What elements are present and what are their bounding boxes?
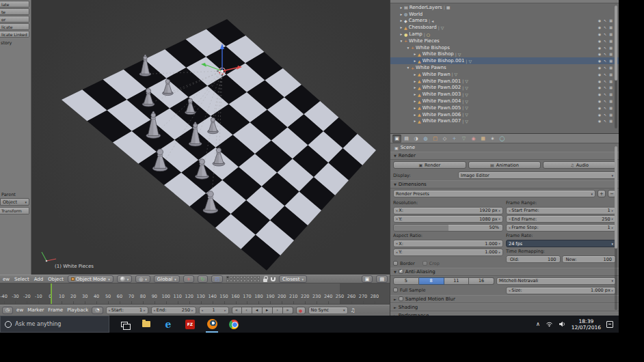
resolution-scale-slider[interactable]: 50% xyxy=(393,224,503,232)
layer-14[interactable] xyxy=(237,279,239,282)
selectability-toggle[interactable]: ↖ xyxy=(604,52,606,56)
manipulator-translate-button[interactable]: + xyxy=(183,275,194,283)
outliner-row-white-pieces[interactable]: ▾+White Pieces◉↖▦ xyxy=(390,38,619,44)
selectability-toggle[interactable]: ↖ xyxy=(604,25,606,29)
render-presets-dropdown[interactable]: Render Presets▾ xyxy=(393,190,595,197)
renderability-toggle[interactable]: ▦ xyxy=(609,85,613,89)
aa-sample-8-button[interactable]: 8 xyxy=(419,277,444,285)
decrement-arrow-icon[interactable]: ◂ xyxy=(202,309,203,312)
outliner-row-renderlayers[interactable]: ▸▤RenderLayers|▦ xyxy=(390,4,619,11)
outliner-row-white-pawn-003[interactable]: ▸▲White Pawn.003|▽◉↖▦ xyxy=(390,91,619,98)
frame-step-field[interactable]: ◂Frame Step:1▸ xyxy=(506,224,616,232)
manipulator-scale-button[interactable]: ◰ xyxy=(211,275,223,283)
layer-10[interactable] xyxy=(257,276,260,279)
tab-particles[interactable]: ∗ xyxy=(488,135,497,143)
outliner-item-label[interactable]: White Pawns xyxy=(416,65,446,70)
selectability-toggle[interactable]: ↖ xyxy=(604,66,606,70)
manipulator-rotate-button[interactable]: ↻ xyxy=(198,275,209,283)
outliner-item-label[interactable]: White Pawn.006 xyxy=(422,112,461,117)
increment-arrow-icon[interactable]: ▸ xyxy=(612,226,613,229)
frame-rate-dropdown[interactable]: 24 fps▾ xyxy=(506,240,616,247)
tab-texture[interactable]: ▦ xyxy=(479,135,487,143)
visibility-toggle[interactable]: ◉ xyxy=(598,113,601,117)
selectability-toggle[interactable]: ↖ xyxy=(604,113,606,117)
layer-9[interactable] xyxy=(254,276,256,279)
increment-arrow-icon[interactable]: ▸ xyxy=(612,289,613,292)
render-button[interactable]: ▣Render xyxy=(393,161,466,169)
render-opengl-button[interactable]: ▣ xyxy=(362,275,373,283)
play-reverse-button[interactable]: ◂ xyxy=(252,307,263,314)
filezilla-button[interactable]: FZ xyxy=(182,316,198,333)
outliner-item-label[interactable]: World xyxy=(409,12,422,17)
editor-type-icon[interactable]: ◷ xyxy=(2,307,13,314)
remap-old-field[interactable]: Old:100 xyxy=(506,255,561,263)
visibility-toggle[interactable]: ◉ xyxy=(598,99,601,103)
layer-15[interactable] xyxy=(240,279,243,282)
tool-button-translate[interactable]: late xyxy=(0,1,29,8)
outliner-item-label[interactable]: White Pawn.003 xyxy=(422,92,461,97)
outliner-item-label[interactable]: Chessboard xyxy=(409,25,437,30)
next-keyframe-button[interactable]: › xyxy=(273,307,283,314)
layer-5[interactable] xyxy=(240,276,243,279)
resolution-x-field[interactable]: ◂X:1920 px▸ xyxy=(393,207,503,214)
history-panel-header[interactable]: story xyxy=(0,38,31,46)
expander-icon[interactable]: ▸ xyxy=(399,12,404,16)
outliner-row-white-bishop-001[interactable]: ▸▲White Bishop.001|▽◉↖▦ xyxy=(390,57,619,64)
tool-button-duplicate[interactable]: licate xyxy=(0,23,29,30)
outliner-item-label[interactable]: White Bishops xyxy=(416,45,450,51)
renderability-toggle[interactable]: ▦ xyxy=(609,79,613,83)
expander-icon[interactable]: ▸ xyxy=(399,18,404,23)
selectability-toggle[interactable]: ↖ xyxy=(604,72,606,76)
lock-icon[interactable] xyxy=(263,279,267,282)
expander-icon[interactable]: ▸ xyxy=(412,52,418,56)
expander-icon[interactable]: ▸ xyxy=(412,119,418,123)
outliner-item-label[interactable]: White Bishop.001 xyxy=(422,58,465,64)
volume-icon[interactable] xyxy=(559,321,566,327)
cortana-search-box[interactable]: Ask me anything xyxy=(0,316,109,333)
anti-aliasing-panel-header[interactable]: ▼Anti-Aliasing xyxy=(390,268,619,276)
pivot-dropdown[interactable]: ◎▾ xyxy=(135,275,150,283)
menu-select[interactable]: Select xyxy=(14,277,30,282)
aa-size-field[interactable]: ◂Size:1.000 px▸ xyxy=(506,287,616,294)
layer-16[interactable] xyxy=(243,279,246,282)
visibility-toggle[interactable]: ◉ xyxy=(598,92,601,96)
decrement-arrow-icon[interactable]: ◂ xyxy=(509,289,510,292)
increment-arrow-icon[interactable]: ▸ xyxy=(612,217,613,221)
timeline-menu-frame[interactable]: Frame xyxy=(47,307,64,313)
outliner-row-white-pawn-001[interactable]: ▸▲White Pawn.001|▽◉↖▦ xyxy=(390,78,619,85)
visibility-toggle[interactable]: ◉ xyxy=(598,85,601,89)
properties-scrollbar[interactable] xyxy=(615,146,617,310)
decrement-arrow-icon[interactable]: ◂ xyxy=(396,209,397,212)
tray-expand-icon[interactable]: ∧ xyxy=(536,321,540,327)
tab-physics[interactable]: ◯ xyxy=(498,135,507,143)
id-breadcrumb[interactable]: ▣ Scene xyxy=(390,143,619,152)
aa-sample-11-button[interactable]: 11 xyxy=(444,277,470,285)
viewport-shading-dropdown[interactable]: ▾ xyxy=(117,275,133,283)
visibility-toggle[interactable]: ◉ xyxy=(598,39,601,43)
parent-type-dropdown[interactable]: Object▾ xyxy=(0,198,29,206)
outliner-row-camera[interactable]: ▸◆Camera|◂◉↖▦ xyxy=(390,18,619,25)
tab-scene[interactable]: ◑ xyxy=(412,135,420,143)
expander-icon[interactable]: ▸ xyxy=(412,106,418,110)
layer-4[interactable] xyxy=(237,276,239,279)
increment-arrow-icon[interactable]: ▸ xyxy=(499,217,500,221)
jump-start-button[interactable]: « xyxy=(232,307,242,314)
visibility-toggle[interactable]: ◉ xyxy=(598,106,601,110)
outliner-item-label[interactable]: White Pawn xyxy=(422,72,451,77)
renderability-toggle[interactable]: ▦ xyxy=(609,46,613,50)
chrome-button[interactable] xyxy=(226,316,242,333)
animation-button[interactable]: ▤Animation xyxy=(468,161,541,169)
layer-20[interactable] xyxy=(257,279,260,282)
current-frame-line[interactable] xyxy=(51,283,52,304)
selectability-toggle[interactable]: ↖ xyxy=(604,106,606,110)
layer-11[interactable] xyxy=(226,279,229,282)
visibility-toggle[interactable]: ◉ xyxy=(598,66,601,70)
outliner-row-white-pawns[interactable]: ▾+White Pawns◉↖▦ xyxy=(390,64,619,71)
visibility-toggle[interactable]: ◉ xyxy=(598,79,601,83)
tab-render[interactable]: ▣ xyxy=(392,135,401,143)
shading-panel-header[interactable]: ►Shading xyxy=(390,303,619,311)
layer-1[interactable] xyxy=(226,276,229,279)
start-frame-field[interactable]: ◂Start Frame:1▸ xyxy=(506,207,616,214)
timeline-menu-playback[interactable]: Playback xyxy=(66,307,89,313)
outliner-item-label[interactable]: White Bishop xyxy=(422,51,454,57)
